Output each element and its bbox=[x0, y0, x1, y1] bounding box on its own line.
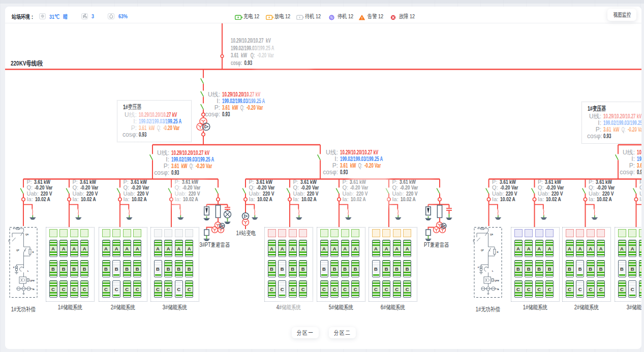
svg-text:F: F bbox=[13, 266, 15, 269]
svg-text:QS: QS bbox=[25, 233, 28, 236]
svg-text:TA: TA bbox=[32, 289, 35, 291]
svg-text:QFW: QFW bbox=[30, 280, 35, 282]
svg-text:R: R bbox=[33, 251, 34, 253]
svg-text:L: L bbox=[27, 270, 29, 272]
svg-text:QS: QS bbox=[490, 233, 493, 236]
svg-text:L: L bbox=[492, 270, 494, 272]
svg-text:TA: TA bbox=[497, 289, 499, 291]
svg-text:QF: QF bbox=[16, 249, 19, 251]
svg-text:QFW: QFW bbox=[495, 280, 499, 282]
svg-text:QF: QF bbox=[481, 249, 484, 251]
svg-text:F: F bbox=[478, 266, 479, 269]
svg-text:R: R bbox=[497, 251, 499, 253]
